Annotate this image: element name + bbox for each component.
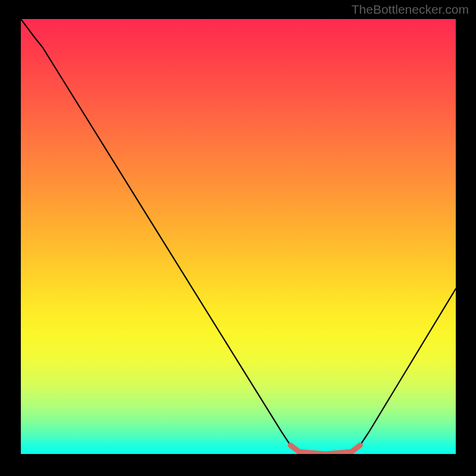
attribution-text: TheBottlenecker.com [352,2,469,17]
chart-plot-area [21,19,456,454]
chart-svg [21,19,456,454]
bottleneck-curve [21,19,456,454]
highlight-zone [290,445,360,454]
